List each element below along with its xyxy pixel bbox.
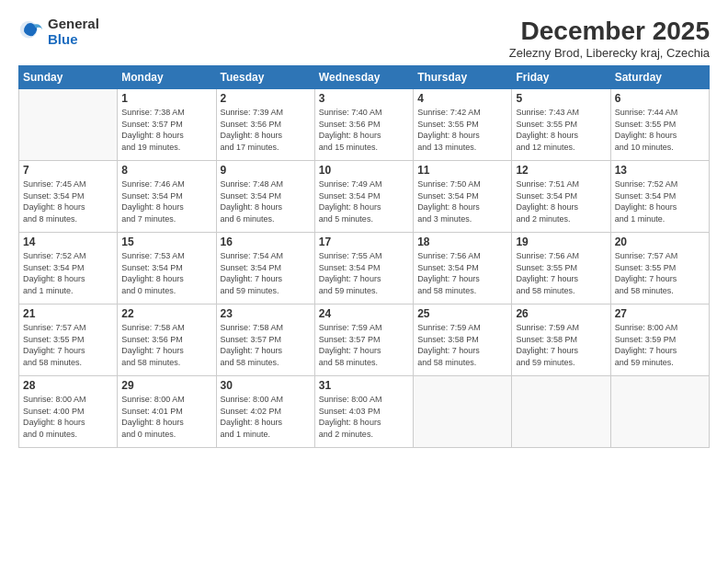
week-row-1: 1Sunrise: 7:38 AM Sunset: 3:57 PM Daylig…	[19, 89, 710, 161]
day-cell-4-6	[610, 376, 709, 448]
header: General Blue December 2025 Zelezny Brod,…	[18, 17, 710, 60]
day-info: Sunrise: 7:54 AM Sunset: 3:54 PM Dayligh…	[221, 250, 311, 296]
day-info: Sunrise: 7:52 AM Sunset: 3:54 PM Dayligh…	[615, 178, 705, 224]
day-info: Sunrise: 8:00 AM Sunset: 4:01 PM Dayligh…	[121, 394, 211, 440]
weekday-header-row: Sunday Monday Tuesday Wednesday Thursday…	[19, 66, 710, 89]
day-info: Sunrise: 8:00 AM Sunset: 4:00 PM Dayligh…	[23, 394, 113, 440]
day-info: Sunrise: 7:58 AM Sunset: 3:56 PM Dayligh…	[121, 322, 211, 368]
day-info: Sunrise: 7:57 AM Sunset: 3:55 PM Dayligh…	[23, 322, 113, 368]
day-cell-1-0: 7Sunrise: 7:45 AM Sunset: 3:54 PM Daylig…	[19, 161, 118, 233]
week-row-4: 21Sunrise: 7:57 AM Sunset: 3:55 PM Dayli…	[19, 304, 710, 376]
header-thursday: Thursday	[414, 66, 512, 89]
day-info: Sunrise: 7:43 AM Sunset: 3:55 PM Dayligh…	[516, 107, 606, 153]
day-info: Sunrise: 8:00 AM Sunset: 4:02 PM Dayligh…	[221, 394, 311, 440]
day-number: 17	[319, 236, 409, 248]
day-number: 11	[417, 164, 507, 177]
day-number: 16	[221, 236, 311, 248]
day-info: Sunrise: 7:45 AM Sunset: 3:54 PM Dayligh…	[23, 178, 113, 224]
day-number: 12	[516, 164, 606, 177]
day-info: Sunrise: 7:57 AM Sunset: 3:55 PM Dayligh…	[615, 250, 705, 296]
header-saturday: Saturday	[610, 66, 709, 89]
day-cell-0-5: 5Sunrise: 7:43 AM Sunset: 3:55 PM Daylig…	[512, 89, 610, 161]
day-number: 18	[417, 236, 507, 248]
day-cell-4-4	[414, 376, 512, 448]
day-info: Sunrise: 7:59 AM Sunset: 3:58 PM Dayligh…	[417, 322, 507, 368]
day-number: 9	[221, 164, 311, 177]
day-cell-1-5: 12Sunrise: 7:51 AM Sunset: 3:54 PM Dayli…	[512, 161, 610, 233]
day-cell-3-0: 21Sunrise: 7:57 AM Sunset: 3:55 PM Dayli…	[19, 304, 118, 376]
day-number: 3	[319, 92, 409, 105]
day-cell-2-0: 14Sunrise: 7:52 AM Sunset: 3:54 PM Dayli…	[19, 233, 118, 304]
day-cell-4-1: 29Sunrise: 8:00 AM Sunset: 4:01 PM Dayli…	[118, 376, 216, 448]
header-friday: Friday	[512, 66, 610, 89]
day-number: 22	[121, 307, 211, 320]
day-number: 31	[319, 379, 409, 392]
logo-icon	[18, 19, 44, 45]
month-title: December 2025	[509, 17, 710, 46]
day-info: Sunrise: 7:46 AM Sunset: 3:54 PM Dayligh…	[121, 178, 211, 224]
header-sunday: Sunday	[19, 66, 118, 89]
day-cell-2-6: 20Sunrise: 7:57 AM Sunset: 3:55 PM Dayli…	[610, 233, 709, 304]
day-cell-2-5: 19Sunrise: 7:56 AM Sunset: 3:55 PM Dayli…	[512, 233, 610, 304]
day-number: 2	[221, 92, 311, 105]
day-cell-3-6: 27Sunrise: 8:00 AM Sunset: 3:59 PM Dayli…	[610, 304, 709, 376]
day-cell-2-1: 15Sunrise: 7:53 AM Sunset: 3:54 PM Dayli…	[118, 233, 216, 304]
day-cell-4-2: 30Sunrise: 8:00 AM Sunset: 4:02 PM Dayli…	[216, 376, 314, 448]
day-cell-3-3: 24Sunrise: 7:59 AM Sunset: 3:57 PM Dayli…	[314, 304, 413, 376]
header-monday: Monday	[118, 66, 216, 89]
day-number: 13	[615, 164, 705, 177]
day-info: Sunrise: 7:56 AM Sunset: 3:54 PM Dayligh…	[417, 250, 507, 296]
title-block: December 2025 Zelezny Brod, Liberecky kr…	[509, 17, 710, 60]
day-cell-3-5: 26Sunrise: 7:59 AM Sunset: 3:58 PM Dayli…	[512, 304, 610, 376]
day-number: 15	[121, 236, 211, 248]
day-number: 5	[516, 92, 606, 105]
day-cell-0-2: 2Sunrise: 7:39 AM Sunset: 3:56 PM Daylig…	[216, 89, 314, 161]
day-number: 28	[23, 379, 113, 392]
day-info: Sunrise: 7:58 AM Sunset: 3:57 PM Dayligh…	[221, 322, 311, 368]
day-info: Sunrise: 7:49 AM Sunset: 3:54 PM Dayligh…	[319, 178, 409, 224]
day-info: Sunrise: 7:53 AM Sunset: 3:54 PM Dayligh…	[121, 250, 211, 296]
day-cell-1-4: 11Sunrise: 7:50 AM Sunset: 3:54 PM Dayli…	[414, 161, 512, 233]
day-number: 8	[121, 164, 211, 177]
day-number: 10	[319, 164, 409, 177]
day-cell-0-6: 6Sunrise: 7:44 AM Sunset: 3:55 PM Daylig…	[610, 89, 709, 161]
day-cell-3-2: 23Sunrise: 7:58 AM Sunset: 3:57 PM Dayli…	[216, 304, 314, 376]
day-cell-1-3: 10Sunrise: 7:49 AM Sunset: 3:54 PM Dayli…	[314, 161, 413, 233]
day-cell-0-4: 4Sunrise: 7:42 AM Sunset: 3:55 PM Daylig…	[414, 89, 512, 161]
logo-text: General Blue	[48, 17, 99, 47]
logo-general-text: General	[48, 17, 99, 32]
day-info: Sunrise: 7:59 AM Sunset: 3:57 PM Dayligh…	[319, 322, 409, 368]
day-number: 30	[221, 379, 311, 392]
day-info: Sunrise: 7:56 AM Sunset: 3:55 PM Dayligh…	[516, 250, 606, 296]
location: Zelezny Brod, Liberecky kraj, Czechia	[509, 46, 710, 60]
day-number: 25	[417, 307, 507, 320]
day-info: Sunrise: 7:55 AM Sunset: 3:54 PM Dayligh…	[319, 250, 409, 296]
day-cell-1-6: 13Sunrise: 7:52 AM Sunset: 3:54 PM Dayli…	[610, 161, 709, 233]
day-cell-1-1: 8Sunrise: 7:46 AM Sunset: 3:54 PM Daylig…	[118, 161, 216, 233]
day-number: 1	[121, 92, 211, 105]
day-info: Sunrise: 7:52 AM Sunset: 3:54 PM Dayligh…	[23, 250, 113, 296]
day-number: 27	[615, 307, 705, 320]
day-info: Sunrise: 7:39 AM Sunset: 3:56 PM Dayligh…	[221, 107, 311, 153]
day-info: Sunrise: 7:59 AM Sunset: 3:58 PM Dayligh…	[516, 322, 606, 368]
day-number: 19	[516, 236, 606, 248]
day-number: 6	[615, 92, 705, 105]
day-number: 7	[23, 164, 113, 177]
day-info: Sunrise: 8:00 AM Sunset: 4:03 PM Dayligh…	[319, 394, 409, 440]
day-number: 26	[516, 307, 606, 320]
calendar: Sunday Monday Tuesday Wednesday Thursday…	[18, 65, 710, 448]
day-number: 4	[417, 92, 507, 105]
day-cell-3-4: 25Sunrise: 7:59 AM Sunset: 3:58 PM Dayli…	[414, 304, 512, 376]
day-cell-2-2: 16Sunrise: 7:54 AM Sunset: 3:54 PM Dayli…	[216, 233, 314, 304]
day-cell-3-1: 22Sunrise: 7:58 AM Sunset: 3:56 PM Dayli…	[118, 304, 216, 376]
day-info: Sunrise: 7:44 AM Sunset: 3:55 PM Dayligh…	[615, 107, 705, 153]
day-info: Sunrise: 8:00 AM Sunset: 3:59 PM Dayligh…	[615, 322, 705, 368]
day-info: Sunrise: 7:48 AM Sunset: 3:54 PM Dayligh…	[221, 178, 311, 224]
day-cell-2-4: 18Sunrise: 7:56 AM Sunset: 3:54 PM Dayli…	[414, 233, 512, 304]
day-cell-4-3: 31Sunrise: 8:00 AM Sunset: 4:03 PM Dayli…	[314, 376, 413, 448]
header-tuesday: Tuesday	[216, 66, 314, 89]
logo-blue-text: Blue	[48, 32, 99, 48]
day-cell-0-0	[19, 89, 118, 161]
day-cell-1-2: 9Sunrise: 7:48 AM Sunset: 3:54 PM Daylig…	[216, 161, 314, 233]
day-info: Sunrise: 7:40 AM Sunset: 3:56 PM Dayligh…	[319, 107, 409, 153]
